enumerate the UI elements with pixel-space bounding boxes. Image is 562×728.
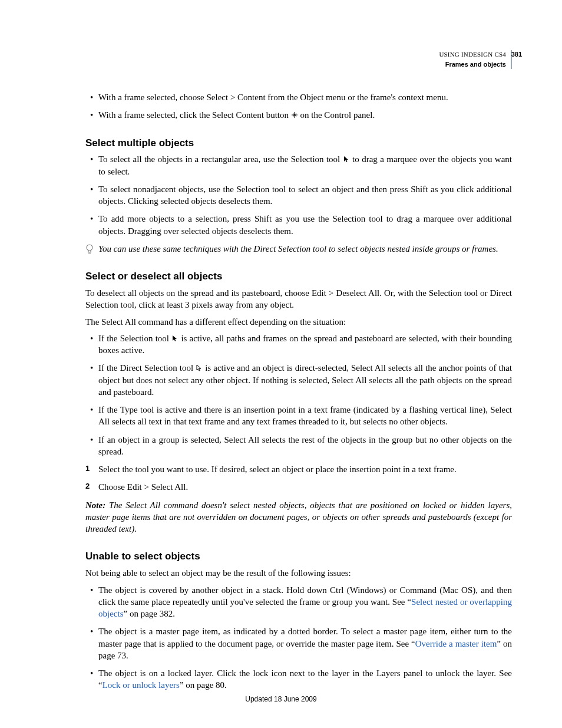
- direct-selection-tool-icon: [196, 363, 203, 370]
- list-item-text-after: on the Control panel.: [300, 110, 375, 120]
- list-item-text-after: ” on page 382.: [124, 609, 175, 618]
- section2-bullets: If the Selection tool is active, all pat…: [85, 332, 512, 457]
- list-item: If the Type tool is active and there is …: [85, 404, 512, 428]
- step-item: 2Choose Edit > Select All.: [85, 481, 512, 493]
- list-item: With a frame selected, click the Select …: [85, 109, 512, 121]
- list-item: If the Direct Selection tool is active a…: [85, 362, 512, 398]
- section1-bullets: To select all the objects in a rectangul…: [85, 153, 512, 237]
- step-text: Select the tool you want to use. If desi…: [98, 465, 457, 474]
- list-item-text: If the Type tool is active and there is …: [98, 405, 512, 426]
- selection-tool-icon: [171, 333, 178, 340]
- list-item: The object is a master page item, as ind…: [85, 625, 512, 661]
- list-item: To add more objects to a selection, pres…: [85, 213, 512, 237]
- heading-select-multiple: Select multiple objects: [85, 137, 512, 150]
- heading-select-deselect-all: Select or deselect all objects: [85, 270, 512, 284]
- section2-para1: To deselect all objects on the spread an…: [85, 287, 512, 311]
- heading-unable-select: Unable to select objects: [85, 550, 512, 564]
- select-content-icon: [291, 110, 298, 117]
- list-item-text: With a frame selected, choose Select > C…: [98, 93, 448, 102]
- page-footer: Updated 18 June 2009: [0, 694, 562, 704]
- list-item-text: To select nonadjacent objects, use the S…: [98, 185, 512, 206]
- list-item-text-before: If the Direct Selection tool: [98, 363, 196, 373]
- list-item-text: To add more objects to a selection, pres…: [98, 214, 512, 235]
- header-product: USING INDESIGN CS4: [439, 50, 506, 59]
- list-item-text-before: To select all the objects in a rectangul…: [98, 154, 343, 164]
- list-item: If an object in a group is selected, Sel…: [85, 434, 512, 458]
- section3-para1: Not being able to select an object may b…: [85, 567, 512, 579]
- page-number: 381: [511, 50, 522, 59]
- lightbulb-icon: [85, 244, 94, 255]
- section2-steps: 1Select the tool you want to use. If des…: [85, 463, 512, 493]
- list-item: To select nonadjacent objects, use the S…: [85, 183, 512, 207]
- selection-tool-icon: [343, 154, 350, 161]
- xref-lock-unlock-layers[interactable]: Lock or unlock layers: [103, 680, 180, 690]
- list-item-text-before: If the Selection tool: [98, 334, 171, 343]
- step-number: 1: [85, 463, 90, 474]
- page-header: USING INDESIGN CS4 Frames and objects: [439, 50, 512, 69]
- list-item-text-before: With a frame selected, click the Select …: [98, 110, 291, 120]
- intro-bullet-list: With a frame selected, choose Select > C…: [85, 91, 512, 121]
- list-item-text: If an object in a group is selected, Sel…: [98, 435, 512, 456]
- step-text: Choose Edit > Select All.: [98, 482, 188, 492]
- section2-note: Note: The Select All command doesn't sel…: [85, 499, 512, 535]
- note-text: The Select All command doesn't select ne…: [85, 500, 512, 534]
- step-item: 1Select the tool you want to use. If des…: [85, 463, 512, 475]
- list-item-text-after: ” on page 80.: [180, 680, 227, 690]
- step-number: 2: [85, 481, 90, 492]
- tip: You can use these same techniques with t…: [85, 243, 512, 255]
- list-item: The object is on a locked layer. Click t…: [85, 667, 512, 691]
- header-section: Frames and objects: [439, 60, 506, 69]
- list-item: With a frame selected, choose Select > C…: [85, 91, 512, 103]
- tip-text: You can use these same techniques with t…: [98, 244, 498, 253]
- section2-para2: The Select All command has a different e…: [85, 316, 512, 328]
- svg-point-0: [87, 245, 92, 251]
- list-item: To select all the objects in a rectangul…: [85, 153, 512, 177]
- list-item: If the Selection tool is active, all pat…: [85, 332, 512, 357]
- section3-bullets: The object is covered by another object …: [85, 584, 512, 691]
- list-item: The object is covered by another object …: [85, 584, 512, 620]
- xref-override-master[interactable]: Override a master item: [415, 639, 497, 648]
- note-label: Note:: [85, 500, 105, 510]
